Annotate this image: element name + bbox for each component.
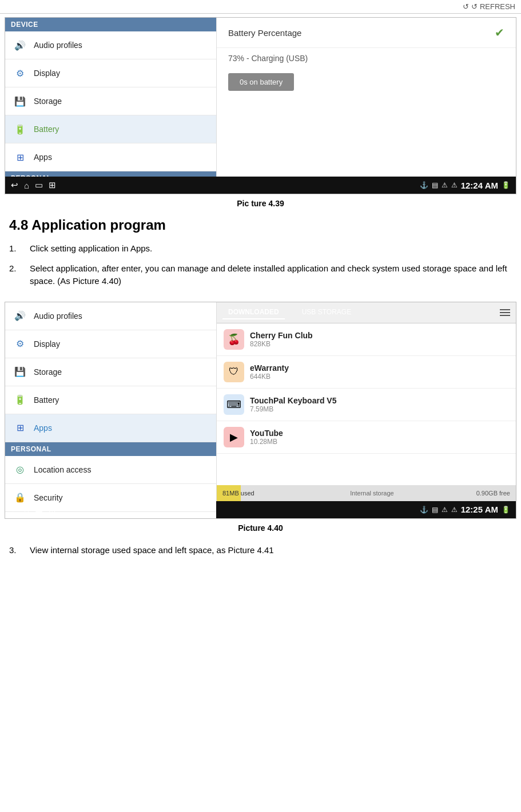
menu2-icon[interactable]: ⊞: [49, 505, 56, 515]
sidebar2-item-location[interactable]: ◎ Location access: [5, 456, 216, 484]
sidebar2-item-battery[interactable]: 🔋 Battery: [5, 386, 216, 414]
warning2-icon1: ⚠: [442, 506, 448, 514]
storage-icon: 💾: [12, 93, 28, 109]
back-icon[interactable]: ↩: [11, 180, 18, 190]
apps-label: Apps: [34, 153, 52, 162]
usb-icon: ⚓: [420, 181, 428, 189]
app-size-2: 7.59MB: [250, 405, 336, 413]
sidebar-item-storage[interactable]: 💾 Storage: [5, 87, 216, 115]
app-icon-2: ⌨: [224, 394, 244, 415]
location2-label: Location access: [34, 465, 91, 474]
device-screen-2: 🔊 Audio profiles ⚙ Display 💾 Storage 🔋 B…: [5, 302, 516, 519]
app-item-3[interactable]: ▶ YouTube 10.28MB: [217, 421, 516, 454]
signal-icon: ▤: [432, 181, 438, 189]
display2-icon: ⚙: [12, 336, 28, 352]
home-icon[interactable]: ⌂: [24, 181, 29, 190]
sidebar2-item-apps[interactable]: ⊞ Apps: [5, 414, 216, 442]
status-time-2: 12:25 AM: [461, 505, 498, 514]
location2-icon: ◎: [12, 462, 28, 478]
sidebar-item-display[interactable]: ⚙ Display: [5, 59, 216, 87]
battery-percentage-row: Battery Percentage ✔: [217, 18, 516, 48]
app-size-3: 10.28MB: [250, 438, 283, 446]
battery-content: Battery Percentage ✔ 73% - Charging (USB…: [217, 18, 516, 194]
recents-icon[interactable]: ▭: [35, 180, 43, 190]
app-name-3: YouTube: [250, 429, 283, 438]
sidebar2-item-storage[interactable]: 💾 Storage: [5, 358, 216, 386]
sidebar-item-audio[interactable]: 🔊 Audio profiles: [5, 31, 216, 59]
settings-sidebar-2: 🔊 Audio profiles ⚙ Display 💾 Storage 🔋 B…: [5, 302, 217, 501]
list-item-1: 1. Click setting application in Apps.: [0, 240, 521, 260]
battery-percentage-label: Battery Percentage: [228, 28, 301, 38]
app-icon-1: 🛡: [224, 362, 244, 382]
refresh-button[interactable]: ↺ ↺ REFRESH: [463, 2, 515, 11]
apps2-label: Apps: [34, 423, 52, 433]
status-right: ⚓ ▤ ⚠ ⚠ 12:24 AM 🔋: [420, 181, 510, 190]
display2-label: Display: [34, 339, 60, 349]
device-section-header: DEVICE: [5, 18, 216, 31]
battery-label: Battery: [34, 125, 59, 134]
app-item-2[interactable]: ⌨ TouchPal Keyboard V5 7.59MB: [217, 389, 516, 421]
caption-1: Pic ture 4.39: [0, 199, 521, 208]
nav-buttons-2: ↩ ⌂ ▭ ⊞: [11, 505, 56, 515]
audio2-label: Audio profiles: [34, 311, 82, 321]
status-time: 12:24 AM: [461, 181, 498, 190]
display-label: Display: [34, 69, 60, 78]
list-item-2: 2. Select application, after enter, you …: [0, 260, 521, 293]
security2-label: Security: [34, 493, 63, 502]
app-size-1: 644KB: [250, 373, 289, 381]
audio-icon: 🔊: [12, 37, 28, 53]
tab-usb-storage[interactable]: USB STORAGE: [296, 306, 357, 319]
status-bar-1: ↩ ⌂ ▭ ⊞ ⚓ ▤ ⚠ ⚠ 12:24 AM 🔋: [5, 177, 516, 194]
battery2-label: Battery: [34, 395, 59, 405]
device-screen-1: DEVICE 🔊 Audio profiles ⚙ Display 💾 Stor…: [5, 17, 516, 194]
doc-list: 1. Click setting application in Apps. 2.…: [0, 240, 521, 293]
apps-content: DOWNLOADED USB STORAGE 🍒 Cherry Fun Club…: [217, 302, 516, 501]
section-heading: 4.8 Application program: [9, 217, 512, 233]
sidebar2-item-display[interactable]: ⚙ Display: [5, 330, 216, 358]
refresh-bar: ↺ ↺ REFRESH: [0, 0, 521, 14]
charging-status: 73% - Charging (USB): [217, 48, 516, 69]
home2-icon[interactable]: ⌂: [24, 505, 29, 514]
menu-icon[interactable]: ⊞: [49, 180, 56, 190]
settings-sidebar-1: DEVICE 🔊 Audio profiles ⚙ Display 💾 Stor…: [5, 18, 217, 194]
app-name-1: eWarranty: [250, 363, 289, 373]
app-item-1[interactable]: 🛡 eWarranty 644KB: [217, 356, 516, 389]
security2-icon: 🔒: [12, 490, 28, 506]
list-item-3: 3. View internal storage used space and …: [0, 542, 521, 562]
caption-2: Picture 4.40: [0, 523, 521, 533]
apps-icon: ⊞: [12, 149, 28, 165]
apps2-icon: ⊞: [12, 420, 28, 436]
app-info-0: Cherry Fun Club 828KB: [250, 331, 313, 348]
app-info-2: TouchPal Keyboard V5 7.59MB: [250, 396, 336, 413]
list-num-1: 1.: [9, 242, 30, 255]
menu-hamburger[interactable]: [500, 309, 510, 316]
battery-status-icon: 🔋: [502, 181, 510, 189]
sidebar-item-battery[interactable]: 🔋 Battery: [5, 115, 216, 143]
back2-icon[interactable]: ↩: [11, 505, 18, 515]
audio-label: Audio profiles: [34, 41, 82, 50]
recents2-icon[interactable]: ▭: [35, 505, 43, 515]
app-icon-0: 🍒: [224, 329, 244, 350]
list-text-2: Select application, after enter, you can…: [30, 262, 512, 288]
warning-icon2: ⚠: [451, 181, 458, 189]
language2-icon: A: [12, 518, 28, 519]
tab-downloaded[interactable]: DOWNLOADED: [222, 306, 285, 319]
battery-icon: 🔋: [12, 121, 28, 137]
display-icon: ⚙: [12, 65, 28, 81]
warning-icon1: ⚠: [442, 181, 448, 189]
app-info-3: YouTube 10.28MB: [250, 429, 283, 446]
audio2-icon: 🔊: [12, 308, 28, 324]
app-name-0: Cherry Fun Club: [250, 331, 313, 340]
storage-used-label: 81MB used: [222, 490, 254, 497]
app-icon-3: ▶: [224, 427, 244, 447]
battery-time-button[interactable]: 0s on battery: [228, 73, 294, 91]
battery-check-icon: ✔: [495, 26, 504, 39]
doc-list-2: 3. View internal storage used space and …: [0, 542, 521, 562]
refresh-label: ↺ REFRESH: [471, 2, 515, 11]
sidebar-item-apps[interactable]: ⊞ Apps: [5, 143, 216, 171]
list-num-2: 2.: [9, 262, 30, 275]
sidebar2-item-audio[interactable]: 🔊 Audio profiles: [5, 302, 216, 330]
app-item-0[interactable]: 🍒 Cherry Fun Club 828KB: [217, 323, 516, 356]
personal2-section-header: PERSONAL: [5, 442, 216, 456]
app-name-2: TouchPal Keyboard V5: [250, 396, 336, 405]
